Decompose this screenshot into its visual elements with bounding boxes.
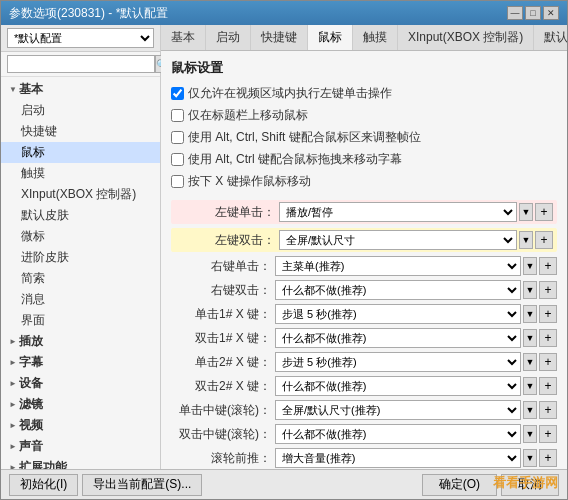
tab-touch[interactable]: 触摸 (353, 25, 398, 50)
cancel-button[interactable]: 取消 (501, 474, 559, 496)
action-select-mid-dblclick[interactable]: 什么都不做(推荐) (275, 424, 521, 444)
plus-button-right-click[interactable]: + (539, 257, 557, 275)
dropdown-arrow-left-dblclick[interactable]: ▼ (519, 231, 533, 249)
action-label-x1-dblclick: 双击1# X 键： (171, 330, 271, 347)
action-select-scroll-up[interactable]: 增大音量(推荐) (275, 448, 521, 468)
tree-group-device[interactable]: ► 设备 (1, 373, 160, 394)
checkbox-label-4: 使用 Alt, Ctrl 键配合鼠标拖拽来移动字幕 (188, 151, 402, 168)
plus-button-x2-click[interactable]: + (539, 353, 557, 371)
action-select-left-click[interactable]: 播放/暂停 (279, 202, 517, 222)
checkbox-row-1: 仅允许在视频区域内执行左键单击操作 (171, 85, 557, 102)
checkbox-title-move[interactable] (171, 109, 184, 122)
tree-item-mouse[interactable]: 鼠标 (1, 142, 160, 163)
action-row-x2-dblclick: 双击2# X 键： 什么都不做(推荐) ▼ + (171, 376, 557, 396)
tree-item-logo[interactable]: 微标 (1, 226, 160, 247)
tree-item-advanced-skin[interactable]: 进阶皮肤 (1, 247, 160, 268)
export-button[interactable]: 导出当前配置(S)... (82, 474, 202, 496)
action-select-wrapper-x1-dblclick: 什么都不做(推荐) ▼ + (275, 328, 557, 348)
tab-default-skin[interactable]: 默认皮 (534, 25, 567, 50)
tree-group-filter[interactable]: ► 滤镜 (1, 394, 160, 415)
minimize-button[interactable]: — (507, 6, 523, 20)
tree-item-default-skin[interactable]: 默认皮肤 (1, 205, 160, 226)
tree-item-touch[interactable]: 触摸 (1, 163, 160, 184)
plus-button-left-dblclick[interactable]: + (535, 231, 553, 249)
initialize-button[interactable]: 初始化(I) (9, 474, 78, 496)
expand-arrow-filter: ► (9, 400, 17, 409)
tree-group-subtitle[interactable]: ► 字幕 (1, 352, 160, 373)
action-select-wrapper-x2-click: 步进 5 秒(推荐) ▼ + (275, 352, 557, 372)
expand-arrow-playback: ► (9, 337, 17, 346)
action-select-wrapper-left-dblclick: 全屏/默认尺寸 ▼ + (279, 230, 553, 250)
dropdown-arrow-mid-click[interactable]: ▼ (523, 401, 537, 419)
tree-group-video[interactable]: ► 视频 (1, 415, 160, 436)
dropdown-arrow-x2-click[interactable]: ▼ (523, 353, 537, 371)
action-select-x2-click[interactable]: 步进 5 秒(推荐) (275, 352, 521, 372)
tree-item-xinput[interactable]: XInput(XBOX 控制器) (1, 184, 160, 205)
plus-button-scroll-up[interactable]: + (539, 449, 557, 467)
action-row-x2-click: 单击2# X 键： 步进 5 秒(推荐) ▼ + (171, 352, 557, 372)
tab-basic[interactable]: 基本 (161, 25, 206, 50)
tree-item-message[interactable]: 消息 (1, 289, 160, 310)
profile-dropdown[interactable]: *默认配置 (7, 28, 154, 48)
dropdown-arrow-mid-dblclick[interactable]: ▼ (523, 425, 537, 443)
action-select-mid-click[interactable]: 全屏/默认尺寸(推荐) (275, 400, 521, 420)
plus-button-mid-click[interactable]: + (539, 401, 557, 419)
expand-arrow-audio: ► (9, 442, 17, 451)
action-row-right-click: 右键单击： 主菜单(推荐) ▼ + (171, 256, 557, 276)
action-row-mid-dblclick: 双击中键(滚轮)： 什么都不做(推荐) ▼ + (171, 424, 557, 444)
tab-mouse[interactable]: 鼠标 (308, 25, 353, 51)
checkbox-alt-ctrl-shift[interactable] (171, 131, 184, 144)
expand-arrow-subtitle: ► (9, 358, 17, 367)
dropdown-arrow-scroll-up[interactable]: ▼ (523, 449, 537, 467)
action-label-scroll-up: 滚轮前推： (171, 450, 271, 467)
checkbox-alt-ctrl[interactable] (171, 153, 184, 166)
action-select-left-dblclick[interactable]: 全屏/默认尺寸 (279, 230, 517, 250)
action-label-x2-dblclick: 双击2# X 键： (171, 378, 271, 395)
dropdown-arrow-right-dblclick[interactable]: ▼ (523, 281, 537, 299)
maximize-button[interactable]: □ (525, 6, 541, 20)
main-content: *默认配置 🔍 ▼ 基本 启动 快捷键 鼠标 触摸 XInput(XBOX 控制… (1, 25, 567, 469)
tree-group-label-device: 设备 (19, 375, 43, 392)
dropdown-arrow-right-click[interactable]: ▼ (523, 257, 537, 275)
dropdown-arrow-left-click[interactable]: ▼ (519, 203, 533, 221)
tree-group-playback[interactable]: ► 插放 (1, 331, 160, 352)
action-select-right-click[interactable]: 主菜单(推荐) (275, 256, 521, 276)
tree-group-audio[interactable]: ► 声音 (1, 436, 160, 457)
tab-shortcut[interactable]: 快捷键 (251, 25, 308, 50)
close-button[interactable]: ✕ (543, 6, 559, 20)
tree-group-extend[interactable]: ► 扩展功能 (1, 457, 160, 469)
checkbox-row-2: 仅在标题栏上移动鼠标 (171, 107, 557, 124)
tab-start[interactable]: 启动 (206, 25, 251, 50)
tree-item-start[interactable]: 启动 (1, 100, 160, 121)
action-select-x1-click[interactable]: 步退 5 秒(推荐) (275, 304, 521, 324)
action-row-scroll-up: 滚轮前推： 增大音量(推荐) ▼ + (171, 448, 557, 468)
action-select-x1-dblclick[interactable]: 什么都不做(推荐) (275, 328, 521, 348)
action-select-x2-dblclick[interactable]: 什么都不做(推荐) (275, 376, 521, 396)
dropdown-arrow-x1-click[interactable]: ▼ (523, 305, 537, 323)
tree-item-search[interactable]: 简索 (1, 268, 160, 289)
tab-xinput[interactable]: XInput(XBOX 控制器) (398, 25, 534, 50)
left-header: *默认配置 (1, 25, 160, 52)
action-select-right-dblclick[interactable]: 什么都不做(推荐) (275, 280, 521, 300)
action-select-wrapper-left-click: 播放/暂停 ▼ + (279, 202, 553, 222)
plus-button-right-dblclick[interactable]: + (539, 281, 557, 299)
ok-button[interactable]: 确定(O) (422, 474, 497, 496)
search-input[interactable] (7, 55, 155, 73)
window-controls: — □ ✕ (507, 6, 559, 20)
checkbox-label-1: 仅允许在视频区域内执行左键单击操作 (188, 85, 392, 102)
dropdown-arrow-x1-dblclick[interactable]: ▼ (523, 329, 537, 347)
dropdown-arrow-x2-dblclick[interactable]: ▼ (523, 377, 537, 395)
plus-button-x1-click[interactable]: + (539, 305, 557, 323)
plus-button-x1-dblclick[interactable]: + (539, 329, 557, 347)
checkbox-x-key[interactable] (171, 175, 184, 188)
checkbox-row-4: 使用 Alt, Ctrl 键配合鼠标拖拽来移动字幕 (171, 151, 557, 168)
tree-group-label-video: 视频 (19, 417, 43, 434)
tree-group-basic[interactable]: ▼ 基本 (1, 79, 160, 100)
plus-button-mid-dblclick[interactable]: + (539, 425, 557, 443)
plus-button-left-click[interactable]: + (535, 203, 553, 221)
tree-item-shortcut[interactable]: 快捷键 (1, 121, 160, 142)
plus-button-x2-dblclick[interactable]: + (539, 377, 557, 395)
action-select-wrapper-scroll-up: 增大音量(推荐) ▼ + (275, 448, 557, 468)
checkbox-video-left-click[interactable] (171, 87, 184, 100)
tree-item-ui[interactable]: 界面 (1, 310, 160, 331)
